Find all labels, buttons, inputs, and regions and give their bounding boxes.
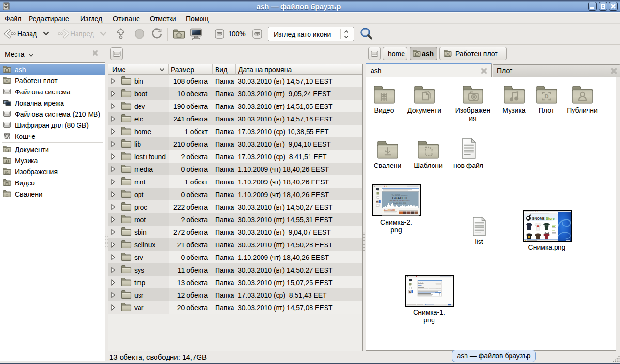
svg-text:Store: Store	[546, 217, 555, 220]
svg-text:D: D	[544, 93, 548, 99]
svg-text:THE HAGUE, NETHERLANDS: THE HAGUE, NETHERLANDS	[389, 200, 410, 202]
svg-text:GNOME: GNOME	[532, 217, 545, 220]
svg-text:About GUADEC: About GUADEC	[384, 209, 396, 211]
svg-text:July 24-30th, 2010: July 24-30th, 2010	[393, 202, 406, 204]
